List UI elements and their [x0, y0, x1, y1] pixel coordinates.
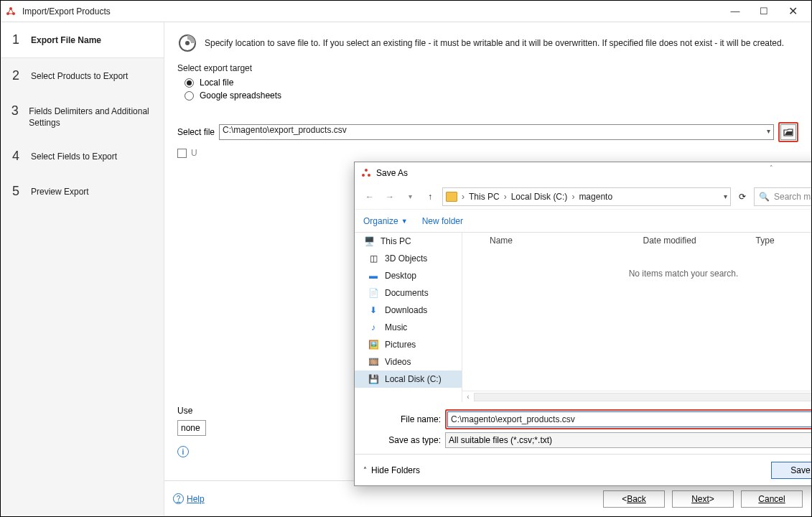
step-fields-delimiters[interactable]: 3 Fields Delimiters and Additional Setti… [1, 93, 164, 139]
chevron-down-icon[interactable]: ▾ [767, 127, 770, 135]
tree-3d-objects[interactable]: ◫3D Objects [355, 250, 462, 267]
radio-google-spreadsheets[interactable]: Google spreadsheets [185, 90, 798, 101]
window-title: Import/Export Products [22, 6, 111, 17]
new-folder-button[interactable]: New folder [422, 216, 463, 226]
wizard-content: Specify location to save file to. If you… [164, 22, 811, 516]
tree-pictures[interactable]: 🖼️Pictures [355, 336, 462, 353]
desktop-icon: ▬ [368, 271, 379, 281]
nav-up-button[interactable]: ↑ [422, 189, 438, 205]
horizontal-scrollbar[interactable]: ‹ › [462, 391, 812, 402]
file-name-label: File name: [362, 414, 445, 424]
search-icon: 🔍 [759, 192, 770, 202]
save-button[interactable]: Save [771, 462, 812, 479]
tree-local-disk[interactable]: 💾Local Disk (C:) [355, 371, 462, 388]
chevron-down-icon[interactable]: ▾ [724, 192, 727, 200]
select-file-label: Select file [177, 127, 215, 137]
nav-tree: 🖥️ This PC ◫3D Objects ▬Desktop 📄Documen… [355, 233, 462, 402]
empty-message: No items match your search. [629, 269, 739, 279]
svg-point-4 [185, 41, 190, 45]
scroll-left-icon[interactable]: ‹ [462, 393, 474, 401]
file-name-highlight: C:\magento\export_products.csv ▾ [445, 409, 812, 429]
document-icon: 📄 [368, 288, 379, 298]
file-name-input[interactable]: C:\magento\export_products.csv ▾ [447, 411, 812, 427]
video-icon: 🎞️ [368, 357, 379, 367]
organize-menu[interactable]: Organize ▼ [363, 216, 408, 226]
tree-music[interactable]: ♪Music [355, 319, 462, 336]
download-icon: ⬇ [368, 305, 379, 315]
instruction-text: Specify location to save file to. If you… [205, 38, 784, 48]
step-select-fields[interactable]: 4 Select Fields to Export [1, 139, 164, 174]
app-icon [360, 167, 372, 179]
dialog-title: Save As [376, 168, 408, 178]
wizard-cancel-button[interactable]: Cancel [741, 490, 803, 508]
search-input[interactable]: 🔍 Search magento [754, 187, 812, 206]
back-button[interactable]: < Back [603, 490, 665, 508]
select-file-input[interactable]: C:\magento\export_products.csv ▾ [219, 124, 774, 140]
radio-icon [185, 78, 194, 88]
hide-folders-button[interactable]: ˄ Hide Folders [363, 465, 420, 475]
col-date-modified[interactable]: Date modified [638, 236, 750, 246]
svg-point-5 [365, 169, 368, 172]
refresh-button[interactable]: ⟳ [735, 189, 750, 205]
music-icon: ♪ [368, 322, 379, 332]
col-type[interactable]: Type [750, 236, 812, 246]
disk-icon [177, 33, 197, 53]
maximize-button[interactable]: ☐ [750, 1, 778, 22]
tree-downloads[interactable]: ⬇Downloads [355, 302, 462, 319]
disk-icon: 💾 [368, 374, 379, 384]
radio-icon [185, 91, 194, 101]
address-bar[interactable]: › This PC › Local Disk (C:) › magento ▾ [442, 187, 731, 206]
file-list: No items match your search. [462, 248, 812, 391]
sort-caret-icon[interactable]: ˄ [764, 164, 779, 172]
cube-icon: ◫ [368, 253, 379, 264]
save-as-dialog: Save As ✕ ← → ▾ ↑ › This PC › Local Disk… [354, 162, 812, 486]
app-icon [5, 6, 17, 17]
help-link[interactable]: ? Help [173, 493, 205, 504]
folder-icon [446, 192, 457, 202]
tree-desktop[interactable]: ▬Desktop [355, 267, 462, 284]
next-button[interactable]: Next > [672, 490, 734, 508]
main-titlebar: Import/Export Products — ☐ ✕ [1, 1, 811, 22]
radio-local-file[interactable]: Local file [185, 78, 798, 88]
use-settings-label: Use [177, 406, 192, 416]
checkbox-label-truncated: U [191, 148, 197, 158]
use-settings-select[interactable]: none [177, 420, 206, 436]
step-preview-export[interactable]: 5 Preview Export [1, 174, 164, 209]
chevron-up-icon: ˄ [363, 466, 367, 474]
step-select-products[interactable]: 2 Select Products to Export [1, 58, 164, 93]
save-as-type-select[interactable]: All suitable files (*.csv;*.txt) ▾ [445, 432, 812, 448]
svg-point-6 [362, 174, 365, 177]
close-button[interactable]: ✕ [778, 1, 807, 22]
info-icon: i [177, 446, 189, 457]
help-icon: ? [173, 493, 184, 504]
picture-icon: 🖼️ [368, 340, 379, 350]
wizard-sidebar: 1 Export File Name 2 Select Products to … [1, 22, 164, 516]
dialog-titlebar: Save As ✕ [355, 162, 812, 184]
step-export-file-name[interactable]: 1 Export File Name [1, 22, 164, 58]
chevron-down-icon[interactable]: ▾ [402, 189, 418, 205]
column-headers: ˄ Name Date modified Type Size [462, 233, 812, 248]
tree-videos[interactable]: 🎞️Videos [355, 353, 462, 371]
browse-button[interactable] [780, 124, 796, 140]
tree-documents[interactable]: 📄Documents [355, 284, 462, 302]
nav-back-button[interactable]: ← [362, 189, 378, 205]
tree-this-pc[interactable]: 🖥️ This PC [355, 233, 462, 250]
browse-button-highlight [778, 122, 798, 142]
svg-point-7 [368, 174, 370, 177]
col-name[interactable]: Name [484, 236, 638, 246]
save-as-type-label: Save as type: [362, 435, 445, 445]
checkbox[interactable] [177, 149, 187, 158]
minimize-button[interactable]: — [721, 1, 750, 22]
monitor-icon: 🖥️ [363, 236, 375, 246]
export-target-label: Select export target [177, 63, 798, 73]
nav-forward-button[interactable]: → [382, 189, 398, 205]
